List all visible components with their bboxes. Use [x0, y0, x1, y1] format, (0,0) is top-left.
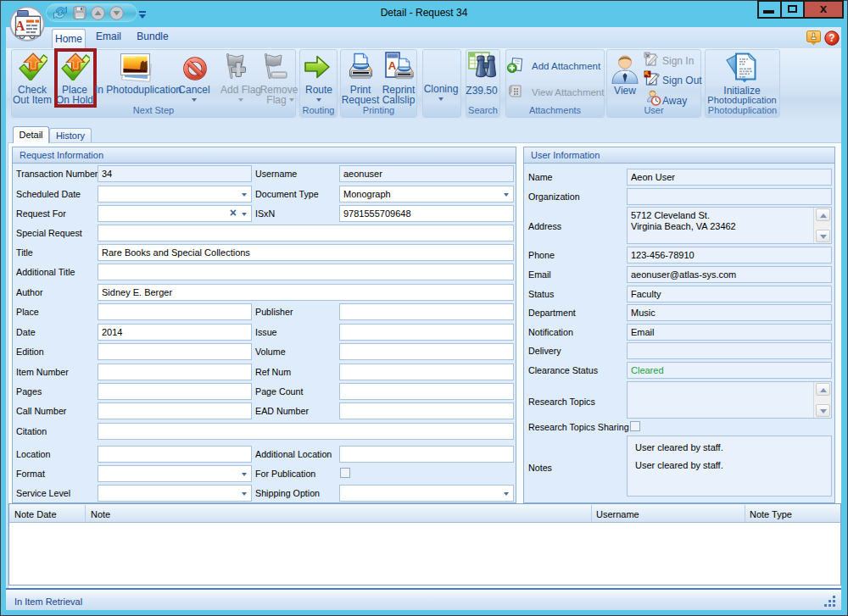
svg-text:A: A: [15, 19, 25, 33]
svg-text:?: ?: [828, 32, 834, 44]
svg-text:A: A: [388, 59, 397, 72]
